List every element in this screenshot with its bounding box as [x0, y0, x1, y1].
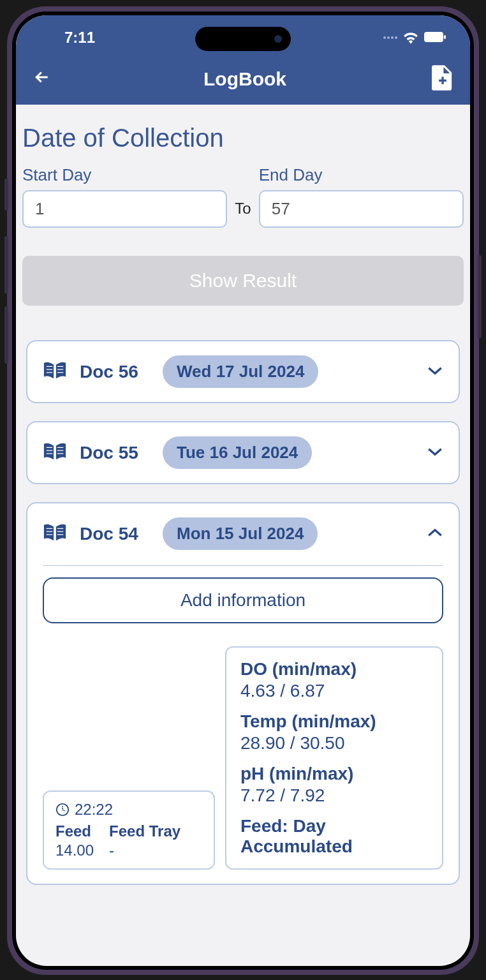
back-button[interactable] — [33, 68, 58, 91]
divider — [43, 565, 443, 566]
file-plus-icon — [432, 65, 453, 91]
book-icon — [43, 523, 67, 545]
add-document-button[interactable] — [432, 65, 453, 93]
chevron-down-icon — [427, 366, 443, 378]
doc-date-pill: Wed 17 Jul 2024 — [163, 355, 318, 388]
do-label: DO (min/max) — [240, 659, 428, 679]
book-icon — [43, 361, 67, 383]
chevron-down-icon — [427, 447, 443, 459]
app-header: LogBook — [16, 54, 470, 105]
page-title: LogBook — [203, 68, 286, 90]
feed-card: 22:22 Feed 14.00 Feed Tray - — [43, 791, 215, 870]
clock-icon — [55, 803, 70, 817]
ph-label: pH (min/max) — [240, 764, 428, 784]
doc-card: Doc 55 Tue 16 Jul 2024 — [26, 421, 460, 484]
temp-value: 28.90 / 30.50 — [240, 733, 428, 754]
feed-tray-label: Feed Tray — [109, 822, 180, 840]
section-title: Date of Collection — [16, 105, 470, 165]
book-icon — [43, 442, 67, 464]
ph-value: 7.72 / 7.92 — [240, 785, 428, 806]
status-time: 7:11 — [64, 29, 95, 47]
to-label: To — [235, 200, 251, 228]
end-day-label: End Day — [259, 165, 464, 185]
doc-list: Doc 56 Wed 17 Jul 2024 — [16, 306, 470, 885]
svg-rect-1 — [444, 35, 446, 39]
wifi-icon — [402, 31, 419, 44]
start-day-input[interactable] — [22, 190, 227, 228]
feed-tray-value: - — [109, 842, 180, 859]
doc-name: Doc 55 — [80, 443, 150, 463]
doc-card-expanded: Doc 54 Mon 15 Jul 2024 Add information — [26, 502, 460, 885]
end-day-input[interactable] — [259, 190, 464, 228]
doc-card: Doc 56 Wed 17 Jul 2024 — [26, 340, 460, 403]
feed-value: 14.00 — [55, 842, 94, 859]
doc-date-pill: Mon 15 Jul 2024 — [163, 517, 318, 550]
temp-label: Temp (min/max) — [240, 711, 428, 732]
battery-icon — [424, 32, 447, 43]
detail-row: 22:22 Feed 14.00 Feed Tray - — [43, 646, 443, 870]
doc-name: Doc 54 — [80, 524, 150, 544]
doc-name: Doc 56 — [80, 362, 150, 382]
cellular-icon — [383, 36, 397, 39]
do-value: 4.63 / 6.87 — [240, 681, 428, 701]
feedday-label: Feed: Day Accumulated — [240, 816, 428, 857]
date-range-row: Start Day To End Day — [16, 165, 470, 228]
status-icons — [383, 31, 447, 44]
arrow-left-icon — [33, 68, 52, 87]
chevron-up-icon — [427, 528, 443, 540]
feed-label: Feed — [55, 822, 94, 840]
metrics-card: DO (min/max) 4.63 / 6.87 Temp (min/max) … — [225, 646, 443, 870]
doc-card-header[interactable]: Doc 54 Mon 15 Jul 2024 — [43, 517, 443, 550]
doc-date-pill: Tue 16 Jul 2024 — [163, 436, 312, 469]
doc-card-header[interactable]: Doc 55 Tue 16 Jul 2024 — [43, 436, 443, 469]
add-information-button[interactable]: Add information — [43, 577, 443, 623]
show-result-button[interactable]: Show Result — [22, 256, 464, 306]
feed-time: 22:22 — [75, 801, 113, 819]
doc-card-header[interactable]: Doc 56 Wed 17 Jul 2024 — [43, 355, 443, 388]
svg-rect-0 — [424, 32, 443, 42]
start-day-label: Start Day — [22, 165, 227, 185]
